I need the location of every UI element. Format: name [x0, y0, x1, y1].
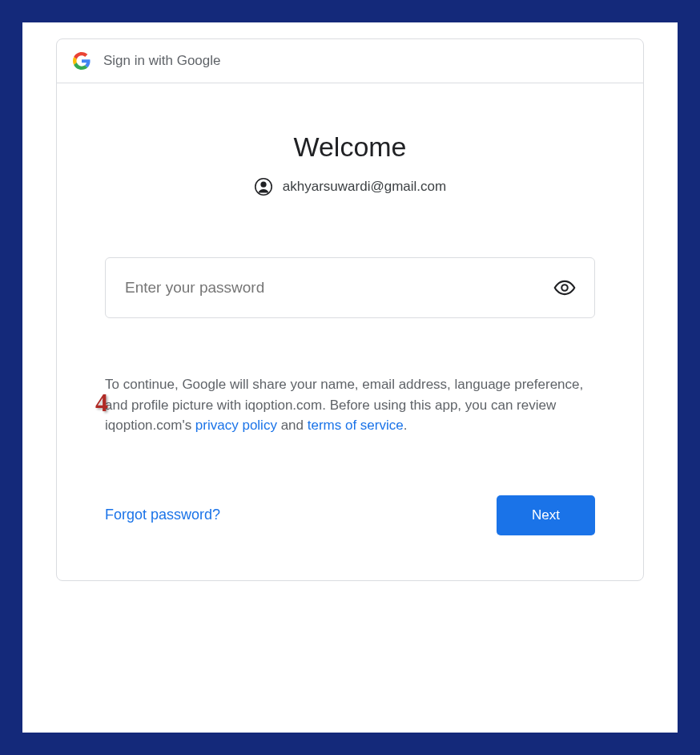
next-button[interactable]: Next: [497, 495, 595, 535]
disclosure-and: and: [277, 418, 308, 433]
svg-point-2: [561, 285, 567, 290]
show-password-icon[interactable]: [553, 277, 576, 299]
account-circle-icon: [254, 177, 273, 196]
google-logo-icon: [73, 52, 91, 70]
password-input[interactable]: [105, 257, 595, 318]
welcome-heading: Welcome: [105, 131, 595, 163]
disclosure-text: To continue, Google will share your name…: [105, 374, 595, 436]
privacy-policy-link[interactable]: privacy policy: [195, 418, 277, 433]
card-body: Welcome akhyarsuwardi@gmail.com: [57, 83, 643, 580]
signin-card: Sign in with Google Welcome akhyarsuward…: [56, 38, 644, 581]
account-email-row: akhyarsuwardi@gmail.com: [105, 177, 595, 196]
account-email: akhyarsuwardi@gmail.com: [283, 179, 446, 195]
svg-point-1: [260, 182, 266, 188]
action-row: Forgot password? Next: [105, 495, 595, 535]
header-title: Sign in with Google: [103, 53, 220, 69]
disclosure-period: .: [404, 418, 408, 433]
terms-of-service-link[interactable]: terms of service: [308, 418, 404, 433]
forgot-password-link[interactable]: Forgot password?: [105, 507, 220, 523]
card-header: Sign in with Google: [57, 39, 643, 83]
password-wrapper: [105, 257, 595, 318]
